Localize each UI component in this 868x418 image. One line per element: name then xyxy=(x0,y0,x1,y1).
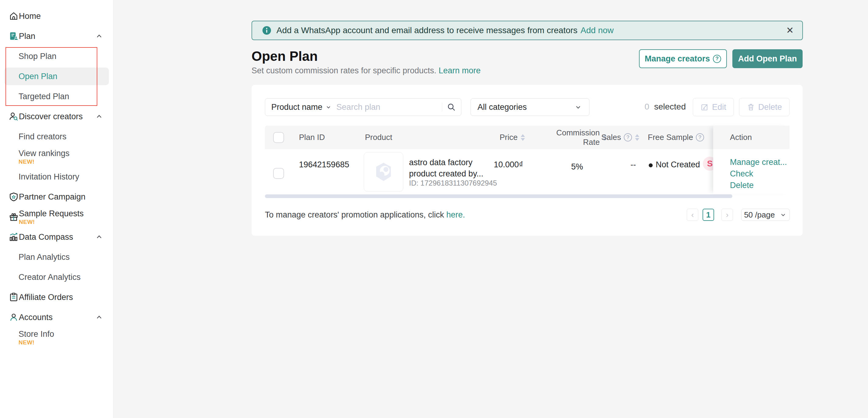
select-all-checkbox[interactable] xyxy=(273,126,284,149)
plan-id-cell: 19642159685 xyxy=(299,159,349,170)
sales-header-label: Sales xyxy=(601,132,621,142)
sidebar-item-label: Discover creators xyxy=(19,112,83,121)
category-dropdown[interactable]: All categories xyxy=(470,98,589,116)
chevron-down-icon xyxy=(779,211,787,219)
category-label: All categories xyxy=(477,102,527,112)
plan-table-card: Product name All categories 0 selected E… xyxy=(251,85,803,236)
promotion-note: To manage creators' promotion applicatio… xyxy=(265,209,465,221)
sidebar-item-store-info[interactable]: Store Info NEW! xyxy=(0,327,113,348)
search-type-label: Product name xyxy=(271,102,322,112)
search-icon[interactable] xyxy=(446,102,456,112)
promotion-note-text: To manage creators' promotion applicatio… xyxy=(265,210,444,219)
chevron-down-icon xyxy=(574,103,582,111)
sidebar-item-label: Affiliate Orders xyxy=(19,292,73,302)
horizontal-scrollbar[interactable] xyxy=(265,195,732,198)
sidebar-item-shop-plan[interactable]: Shop Plan xyxy=(0,46,113,66)
accounts-icon xyxy=(8,312,19,323)
search-box: Product name xyxy=(265,98,461,116)
delete-link[interactable]: Delete xyxy=(730,179,789,191)
add-open-plan-button[interactable]: Add Open Plan xyxy=(732,49,803,68)
plan-id-header: Plan ID xyxy=(299,126,325,149)
chevron-down-icon xyxy=(325,103,332,111)
sidebar-item-label: Invitation History xyxy=(19,172,80,182)
sidebar-item-view-rankings[interactable]: View rankings NEW! xyxy=(0,147,113,167)
sidebar-item-invitation-history[interactable]: Invitation History xyxy=(0,167,113,187)
main-content: Add a WhatsApp account and email address… xyxy=(114,0,868,418)
manage-creators-link[interactable]: Manage creat... xyxy=(730,156,789,168)
product-image xyxy=(364,152,403,192)
selected-count: 0 selected xyxy=(645,102,686,112)
sidebar-item-data-compass[interactable]: Data Compass xyxy=(0,227,113,247)
sidebar-item-label: Data Compass xyxy=(19,232,73,242)
table-header: Plan ID Product Price Commission Rate Sa… xyxy=(265,126,789,149)
sidebar-item-plan[interactable]: Plan xyxy=(0,26,113,46)
page-subtitle: Set custom commission rates for specific… xyxy=(251,66,480,76)
row-checkbox[interactable] xyxy=(273,168,284,179)
commission-rate-header[interactable]: Commission Rate xyxy=(532,126,607,149)
free-sample-header: Free Sample xyxy=(648,126,704,149)
price-header[interactable]: Price xyxy=(472,126,525,149)
page-size-dropdown[interactable]: 50 /page xyxy=(741,209,790,221)
discover-creators-icon xyxy=(8,111,19,122)
sidebar-item-home[interactable]: Home xyxy=(0,6,113,26)
sidebar-item-label: Sample Requests xyxy=(19,209,84,218)
price-header-label: Price xyxy=(500,132,518,142)
info-icon xyxy=(262,26,272,35)
prev-page-button[interactable]: ‹ xyxy=(687,209,698,221)
search-input[interactable] xyxy=(336,102,442,112)
add-now-link[interactable]: Add now xyxy=(581,26,614,35)
sidebar-item-open-plan[interactable]: Open Plan xyxy=(0,66,113,86)
sales-header[interactable]: Sales xyxy=(601,126,639,149)
free-sample-cell: Not Created xyxy=(649,159,700,170)
delete-button[interactable]: Delete xyxy=(739,98,789,116)
page-size-label: 50 /page xyxy=(744,210,775,220)
product-id: ID: 1729618311307692945 xyxy=(409,179,497,188)
close-icon[interactable]: ✕ xyxy=(786,26,794,35)
sidebar-item-label: Find creators xyxy=(19,132,67,142)
banner-text: Add a WhatsApp account and email address… xyxy=(276,26,578,35)
commission-rate-header-label: Commission Rate xyxy=(554,128,600,147)
here-link[interactable]: here. xyxy=(446,210,465,219)
sidebar-item-discover-creators[interactable]: Discover creators xyxy=(0,107,113,126)
manage-creators-button[interactable]: Manage creators xyxy=(639,49,727,68)
chevron-up-icon xyxy=(95,233,103,241)
free-sample-status: Not Created xyxy=(656,160,700,169)
edit-icon xyxy=(701,103,709,111)
sidebar-item-label: Accounts xyxy=(19,312,53,322)
status-dot xyxy=(649,163,653,167)
sidebar-item-label: Partner Campaign xyxy=(19,192,86,202)
sidebar-item-label: Open Plan xyxy=(19,71,58,81)
sidebar-item-plan-analytics[interactable]: Plan Analytics xyxy=(0,247,113,267)
manage-creators-label: Manage creators xyxy=(645,54,710,64)
sidebar-item-label: View rankings xyxy=(19,148,70,158)
sidebar-item-creator-analytics[interactable]: Creator Analytics xyxy=(0,267,113,287)
home-icon xyxy=(8,11,19,21)
sample-requests-icon xyxy=(8,212,19,222)
search-type-dropdown[interactable]: Product name xyxy=(271,102,332,112)
sidebar-item-sample-requests[interactable]: Sample Requests NEW! xyxy=(0,207,113,227)
next-page-button[interactable]: › xyxy=(721,209,733,221)
sidebar-item-targeted-plan[interactable]: Targeted Plan xyxy=(0,86,113,107)
plan-icon xyxy=(8,31,19,41)
sidebar-item-find-creators[interactable]: Find creators xyxy=(0,126,113,147)
edit-button[interactable]: Edit xyxy=(693,98,734,116)
page-title: Open Plan xyxy=(251,49,318,64)
table-row: 19642159685 astro data factory product c… xyxy=(265,149,789,194)
current-page-button[interactable]: 1 xyxy=(703,209,714,221)
sidebar-item-partner-campaign[interactable]: Partner Campaign xyxy=(0,187,113,207)
sidebar-item-affiliate-orders[interactable]: Affiliate Orders xyxy=(0,287,113,307)
product-header: Product xyxy=(365,126,392,149)
help-icon[interactable] xyxy=(624,133,632,142)
check-link[interactable]: Check xyxy=(730,168,789,179)
trash-icon xyxy=(747,103,755,111)
learn-more-link[interactable]: Learn more xyxy=(439,66,480,75)
sidebar-item-label: Plan xyxy=(19,31,35,41)
page-subtitle-text: Set custom commission rates for specific… xyxy=(251,66,436,75)
sort-icon[interactable] xyxy=(521,134,525,141)
help-icon[interactable] xyxy=(696,133,704,142)
action-header: Action xyxy=(713,126,789,149)
sort-icon[interactable] xyxy=(635,134,639,141)
sidebar-item-accounts[interactable]: Accounts xyxy=(0,307,113,327)
partner-campaign-icon xyxy=(8,192,19,202)
sales-cell: -- xyxy=(606,159,636,170)
